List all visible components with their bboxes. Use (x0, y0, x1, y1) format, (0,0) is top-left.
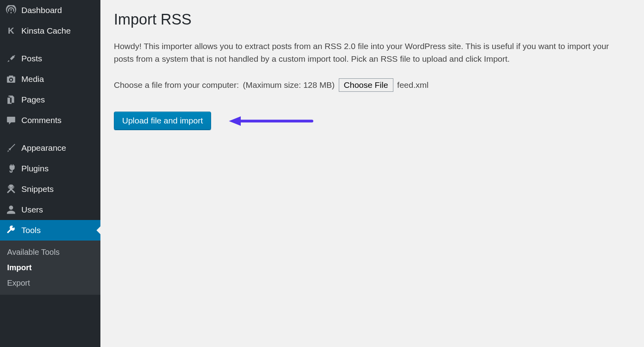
main-content: Import RSS Howdy! This importer allows y… (100, 0, 644, 347)
sidebar-item-label: Kinsta Cache (21, 26, 71, 36)
pages-icon (6, 94, 17, 105)
sidebar-submenu: Available Tools Import Export (0, 241, 100, 295)
sidebar-item-label: Media (21, 74, 44, 84)
sidebar-item-kinsta-cache[interactable]: K Kinsta Cache (0, 21, 100, 41)
sidebar-item-label: Plugins (21, 164, 49, 173)
sidebar-item-label: Pages (21, 95, 45, 104)
admin-sidebar: Dashboard K Kinsta Cache Posts Media Pag… (0, 0, 100, 347)
sidebar-item-label: Users (21, 205, 43, 214)
choose-file-label: Choose a file from your computer: (114, 80, 239, 90)
sidebar-item-label: Posts (21, 54, 42, 63)
sidebar-item-tools[interactable]: Tools (0, 220, 100, 241)
file-chooser-row: Choose a file from your computer: (Maxim… (114, 78, 631, 92)
camera-icon (6, 74, 17, 85)
sidebar-separator (0, 131, 100, 138)
sidebar-item-media[interactable]: Media (0, 69, 100, 89)
sidebar-item-label: Comments (21, 116, 62, 125)
k-letter-icon: K (6, 25, 17, 36)
sidebar-item-users[interactable]: Users (0, 199, 100, 220)
import-description: Howdy! This importer allows you to extra… (114, 40, 612, 65)
sidebar-item-posts[interactable]: Posts (0, 48, 100, 69)
plug-icon (6, 163, 17, 174)
sidebar-item-label: Snippets (21, 184, 54, 194)
scissors-icon (6, 184, 17, 195)
sidebar-item-dashboard[interactable]: Dashboard (0, 0, 100, 21)
sidebar-item-snippets[interactable]: Snippets (0, 179, 100, 199)
brush-icon (6, 142, 17, 154)
max-size-label: (Maximum size: 128 MB) (243, 80, 334, 90)
submenu-item-import[interactable]: Import (0, 260, 100, 275)
choose-file-button[interactable]: Choose File (339, 78, 393, 92)
gauge-icon (6, 5, 17, 16)
submenu-item-available-tools[interactable]: Available Tools (0, 245, 100, 260)
comment-icon (6, 115, 17, 126)
sidebar-item-appearance[interactable]: Appearance (0, 138, 100, 158)
sidebar-item-plugins[interactable]: Plugins (0, 158, 100, 179)
upload-import-button[interactable]: Upload file and import (114, 112, 211, 130)
submit-row: Upload file and import (114, 112, 631, 130)
pin-icon (6, 53, 17, 64)
sidebar-item-label: Appearance (21, 143, 66, 153)
user-icon (6, 204, 17, 215)
sidebar-item-label: Tools (21, 226, 41, 235)
page-title: Import RSS (114, 11, 631, 28)
arrow-annotation-icon (229, 115, 316, 129)
sidebar-item-label: Dashboard (21, 6, 62, 15)
wrench-icon (6, 225, 17, 236)
svg-marker-1 (229, 116, 241, 126)
sidebar-item-pages[interactable]: Pages (0, 89, 100, 110)
sidebar-separator (0, 41, 100, 48)
submenu-item-export[interactable]: Export (0, 275, 100, 291)
sidebar-item-comments[interactable]: Comments (0, 110, 100, 131)
selected-file-name: feed.xml (397, 80, 429, 90)
